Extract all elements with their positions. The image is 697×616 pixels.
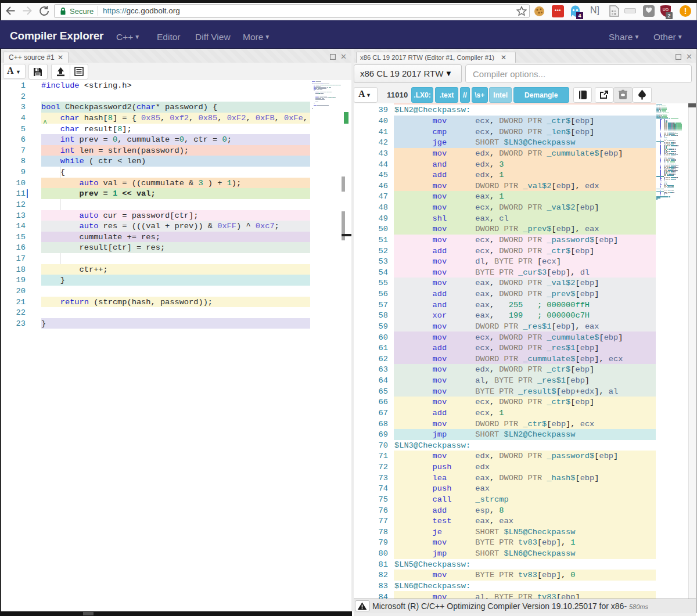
svg-text:UO: UO bbox=[663, 8, 669, 12]
